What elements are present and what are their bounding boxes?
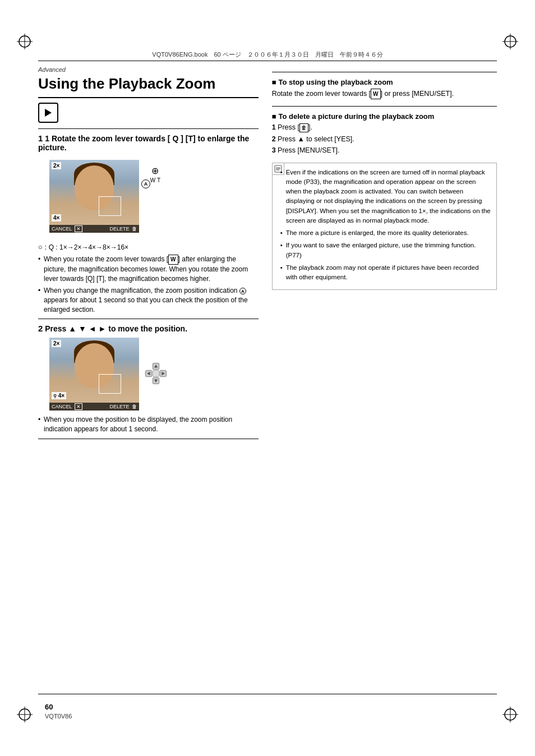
- page: VQT0V86ENG.book 60 ページ ２００６年１月３０日 月曜日 午前…: [0, 0, 535, 756]
- note-bullet-1: Even if the indications on the screen ar…: [280, 168, 491, 226]
- note-bullet-4: The playback zoom may not operate if pic…: [280, 263, 491, 283]
- header-bar: [38, 61, 497, 61]
- delete-step1: 1 Press [🗑].: [272, 123, 497, 133]
- stop-section: ■ To stop using the playback zoom Rotate…: [272, 78, 497, 99]
- reg-mark-tl: [17, 34, 33, 49]
- note-bullet-2: The more a picture is enlarged, the more…: [280, 228, 491, 238]
- footer-bar: [38, 694, 497, 694]
- header-text: VQT0V86ENG.book 60 ページ ２００６年１月３０日 月曜日 午前…: [152, 50, 382, 59]
- header-info: VQT0V86ENG.book 60 ページ ２００６年１月３０日 月曜日 午前…: [45, 50, 490, 59]
- reg-mark-br: [502, 707, 518, 722]
- portrait-bg: [49, 160, 139, 233]
- footer-code: VQT0V86: [45, 713, 72, 720]
- w-icon: W: [168, 255, 178, 265]
- selection-box: [99, 196, 121, 216]
- step2-cancel-label: CANCEL ✕: [52, 404, 82, 409]
- w-icon-right: W: [371, 89, 380, 99]
- step1-heading: 1 1 Rotate the zoom lever towards [ Q ] …: [38, 133, 259, 152]
- annotation-a-inline: A: [239, 288, 246, 294]
- delete-step2: 2 Press ▲ to select [YES].: [272, 135, 497, 145]
- stop-text: Rotate the zoom lever towards [W] or pre…: [272, 89, 497, 99]
- step2-portrait-bg: [49, 338, 139, 411]
- right-column: ■ To stop using the playback zoom Rotate…: [272, 66, 497, 444]
- svg-rect-21: [153, 370, 159, 376]
- trash-btn-icon: 🗑: [299, 123, 308, 132]
- step1-cancel-delete-bar: CANCEL ✕ DELETE 🗑: [49, 225, 139, 233]
- step2-zoom-badge2: ⚲ 4×: [52, 392, 66, 399]
- left-column: Advanced Using the Playback Zoom 1 1 Rot…: [38, 66, 259, 444]
- footer-page-number: 60: [45, 703, 53, 711]
- step2-image-container: 2× ⚲ 4× CANCEL ✕ DELETE: [49, 338, 259, 411]
- dpad-svg: [145, 362, 167, 385]
- step2-cancel-delete-bar: CANCEL ✕ DELETE 🗑: [49, 403, 139, 411]
- playback-triangle-icon: [43, 107, 54, 118]
- step2-heading: 2 Press ▲ ▼ ◄ ► to move the position.: [38, 324, 259, 333]
- step2-zoom-badge: 2×: [52, 340, 61, 347]
- bottom-divider: [38, 439, 259, 439]
- step1-zoom-arrows: ⊕ W T: [150, 165, 160, 183]
- step2-photo: 2× ⚲ 4× CANCEL ✕ DELETE: [49, 338, 139, 411]
- annotation-a: A: [141, 179, 150, 188]
- step1-bullet1: When you rotate the zoom lever towards […: [38, 255, 259, 284]
- step1-bullet-q: ○ : Q : 1×→2×→4×→8×→16×: [38, 242, 259, 252]
- right-top-divider: [272, 72, 497, 72]
- stop-title: ■ To stop using the playback zoom: [272, 78, 497, 86]
- step1-delete-label: DELETE 🗑: [109, 226, 137, 232]
- step1-divider: [38, 128, 259, 129]
- step2-delete-label: DELETE 🗑: [109, 404, 137, 409]
- note-bullet-3: If you want to save the enlarged picture…: [280, 241, 491, 260]
- main-content: Advanced Using the Playback Zoom 1 1 Rot…: [38, 66, 497, 689]
- step2-selection-box: [99, 374, 121, 394]
- svg-marker-12: [45, 109, 52, 117]
- delete-section: ■ To delete a picture during the playbac…: [272, 112, 497, 156]
- playback-icon-box: [38, 103, 58, 123]
- right-mid-divider: [272, 106, 497, 107]
- step1-photo: 2× 4× CANCEL ✕ DELETE 🗑: [49, 160, 139, 233]
- step1-bullet2: When you change the magnification, the z…: [38, 286, 259, 314]
- step1-zoom-badge2: 4×: [52, 214, 61, 222]
- reg-mark-bl: [17, 707, 33, 722]
- step2-divider: [38, 319, 259, 319]
- step2-image: 2× ⚲ 4× CANCEL ✕ DELETE: [49, 338, 139, 411]
- note-content: Even if the indications on the screen ar…: [280, 168, 491, 283]
- main-title: Using the Playback Zoom: [38, 75, 259, 98]
- step1-cancel-label: CANCEL ✕: [52, 226, 82, 232]
- step1-image-container: 2× 4× CANCEL ✕ DELETE 🗑: [49, 160, 139, 234]
- step2-bullet1: When you move the position to be display…: [38, 415, 259, 434]
- dpad-icon: [145, 362, 167, 386]
- step1-zoom-badge: 2×: [52, 162, 61, 169]
- columns-layout: Advanced Using the Playback Zoom 1 1 Rot…: [38, 66, 497, 444]
- step2-bullets: When you move the position to be display…: [38, 415, 259, 434]
- section-label: Advanced: [38, 66, 259, 73]
- delete-step3: 3 Press [MENU/SET].: [272, 146, 497, 156]
- reg-mark-tr: [502, 34, 518, 49]
- step1-image: 2× 4× CANCEL ✕ DELETE 🗑: [49, 160, 139, 233]
- step1-bullets: ○ : Q : 1×→2×→4×→8×→16× When you rotate …: [38, 242, 259, 314]
- delete-title: ■ To delete a picture during the playbac…: [272, 112, 497, 121]
- note-box: Even if the indications on the screen ar…: [272, 163, 497, 291]
